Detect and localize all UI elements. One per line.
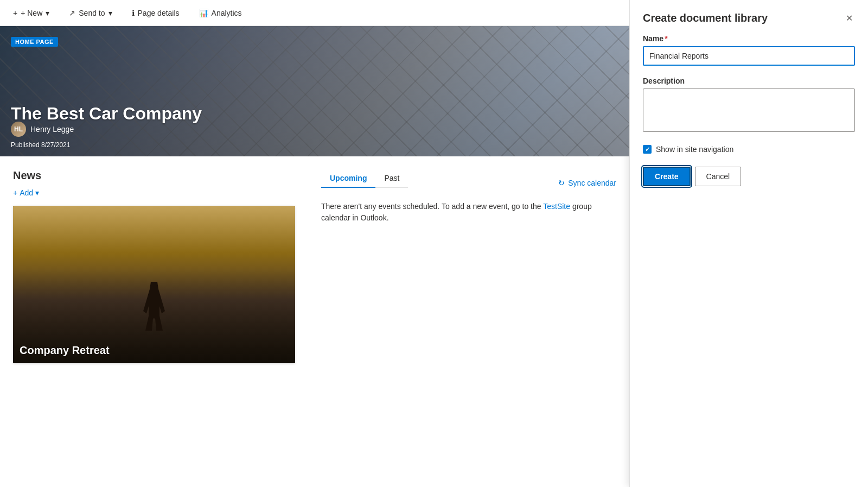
- page-details-button[interactable]: ℹ Page details: [127, 7, 184, 20]
- chart-icon: 📊: [199, 9, 208, 17]
- plus-icon: +: [13, 9, 17, 17]
- name-field-group: Name*: [643, 34, 855, 66]
- description-input[interactable]: [643, 88, 855, 132]
- panel-body: Name* Description ✓ Show in site navigat…: [630, 34, 868, 487]
- events-section: Upcoming Past ↻ Sync calendar There aren…: [321, 169, 616, 474]
- name-label: Name*: [643, 34, 855, 43]
- form-actions: Create Cancel: [643, 167, 855, 186]
- sync-label: Sync calendar: [568, 179, 616, 187]
- news-section: News + Add ▾ Company Retreat: [13, 169, 308, 474]
- avatar-initials: HL: [14, 125, 23, 133]
- hero-image: [0, 26, 629, 156]
- hero-author: HL Henry Legge: [11, 122, 74, 137]
- analytics-label: Analytics: [212, 9, 242, 17]
- show-in-nav-group: ✓ Show in site navigation: [643, 145, 855, 154]
- checkmark-icon: ✓: [645, 146, 650, 153]
- news-card-image: [13, 206, 295, 363]
- analytics-button[interactable]: 📊 Analytics: [195, 7, 246, 20]
- send-to-label: Send to: [79, 9, 105, 17]
- hero-badge: HOME PAGE: [11, 37, 58, 47]
- avatar: HL: [11, 122, 26, 137]
- chevron-down-icon: ▾: [46, 9, 49, 17]
- tab-past[interactable]: Past: [375, 169, 408, 188]
- page-details-label: Page details: [138, 9, 180, 17]
- sync-calendar-button[interactable]: ↻ Sync calendar: [558, 174, 616, 192]
- close-panel-button[interactable]: ✕: [844, 11, 855, 26]
- events-tabs: Upcoming Past: [321, 169, 408, 188]
- name-input[interactable]: [643, 46, 855, 66]
- show-in-nav-checkbox[interactable]: ✓: [643, 145, 652, 154]
- tab-upcoming[interactable]: Upcoming: [321, 169, 375, 188]
- send-to-button[interactable]: ↗ Send to ▾: [65, 7, 116, 20]
- description-label: Description: [643, 77, 855, 85]
- create-button[interactable]: Create: [643, 167, 691, 186]
- add-news-button[interactable]: + Add ▾: [13, 188, 308, 197]
- panel-title: Create document library: [643, 12, 768, 24]
- main-content: + + New ▾ ↗ Send to ▾ ℹ Page details 📊 A…: [0, 0, 629, 487]
- new-label: + New: [21, 9, 42, 17]
- testsite-link[interactable]: TestSite: [543, 202, 570, 211]
- content-area: News + Add ▾ Company Retreat Upcoming: [0, 156, 629, 487]
- chevron-down-icon2: ▾: [108, 9, 112, 17]
- news-card[interactable]: Company Retreat: [13, 206, 295, 363]
- upcoming-tab-label: Upcoming: [330, 174, 367, 182]
- person-silhouette: [143, 282, 165, 331]
- hero-title: The Best Car Company: [11, 104, 202, 124]
- news-title: News: [13, 169, 308, 182]
- cancel-button[interactable]: Cancel: [695, 167, 742, 186]
- chevron-icon: ▾: [35, 188, 39, 197]
- hero-date: Published 8/27/2021: [11, 141, 70, 149]
- events-empty-message: There aren't any events scheduled. To ad…: [321, 201, 616, 224]
- author-name: Henry Legge: [30, 125, 74, 134]
- events-header: Upcoming Past ↻ Sync calendar: [321, 169, 616, 197]
- hero-section: HOME PAGE The Best Car Company HL Henry …: [0, 26, 629, 156]
- past-tab-label: Past: [384, 174, 399, 182]
- new-button[interactable]: + + New ▾: [9, 7, 54, 20]
- send-icon: ↗: [69, 9, 75, 17]
- name-label-text: Name: [643, 34, 663, 43]
- panel-header: Create document library ✕: [630, 0, 868, 34]
- add-label: Add: [20, 188, 33, 197]
- close-icon: ✕: [846, 13, 853, 23]
- create-document-panel: Create document library ✕ Name* Descript…: [629, 0, 868, 487]
- required-indicator: *: [665, 34, 667, 43]
- toolbar: + + New ▾ ↗ Send to ▾ ℹ Page details 📊 A…: [0, 0, 629, 26]
- info-icon: ℹ: [132, 9, 135, 17]
- show-in-nav-label: Show in site navigation: [656, 145, 733, 154]
- news-card-label: Company Retreat: [20, 344, 110, 357]
- description-field-group: Description: [643, 77, 855, 134]
- sync-icon: ↻: [558, 179, 565, 187]
- add-icon: +: [13, 188, 17, 197]
